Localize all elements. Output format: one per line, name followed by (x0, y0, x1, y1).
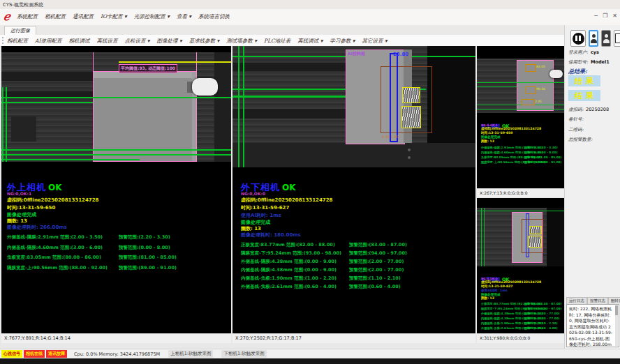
toolbar-item[interactable]: 图像处理 ▾ (157, 38, 182, 45)
connector-tab (549, 70, 563, 78)
toolbar-item[interactable]: 测试项参数 ▾ (226, 38, 257, 45)
measurement-row: 隔膜宽度-下:95.24mm 范围:(93.00 - 98.00) 预警范围:(… (241, 250, 471, 259)
toolbar-item[interactable]: 点检设置 ▾ (124, 38, 149, 45)
warning-range: 预警范围:(1.10 - 2.10) (524, 321, 558, 326)
log-scrollbar[interactable] (615, 305, 618, 346)
window-title: CYS-视觉检测系统 (3, 1, 43, 8)
operator-login-button[interactable] (589, 30, 598, 47)
baseline-yellow (119, 61, 231, 63)
barcode-label: 虚拟码: (568, 107, 584, 113)
thumbnail-image-lower (477, 208, 564, 266)
toolbar-item[interactable]: 基准线参数 ▾ (189, 38, 220, 45)
electrode-block (93, 71, 197, 162)
roi-box (526, 64, 536, 72)
right-sidebar: 登录用户: cys 使用型号: Model1 总结果: 结果结果 虚拟码: 20… (564, 25, 620, 349)
process-elapsed: 图像处理耗时: 266.00ms (7, 224, 67, 231)
warning-range: 预警范围:(89.00 - 91.00) (119, 265, 177, 275)
measure-box-blue (390, 53, 398, 142)
warning-range: 预警范围:(83.00 - 87.00) (524, 302, 561, 307)
toolbar-item[interactable]: 离线设置 (96, 38, 117, 45)
measurement-list: 正极宽度:83.77mm 范围:(82.00 - 88.00) 预警范围:(83… (241, 242, 471, 292)
threshold-label: 平均阈值:93, 动态阈值:100 (119, 64, 177, 73)
toolbar-item[interactable]: 相机配置 (7, 38, 28, 45)
thumbnail-view-upper[interactable]: 83.05 90.56 2.91 外上相机OK NG:0,OK:1 虚拟码:0f… (477, 46, 564, 188)
title-bar: CYS-视觉检测系统 (0, 0, 620, 10)
close-icon[interactable]: ✕ (612, 13, 617, 19)
machinery-band (11, 116, 36, 142)
menu-item[interactable]: 查看 ▾ (177, 13, 191, 20)
thumbnail-image-upper: 83.05 90.56 2.91 (477, 59, 564, 113)
connector-tab (192, 78, 218, 96)
pin-number-label: 卷针号: (568, 116, 584, 123)
tab-run-image[interactable]: 运行图像 (4, 26, 36, 36)
defect-box (529, 226, 542, 234)
measurement-row: 隔膜宽度-下:95.24mm 范围:(93.00 - 98.00) 预警范围:(… (481, 307, 563, 312)
rivet (408, 156, 411, 159)
measurement-row: 外侧基线-隔膜:2.91mm 范围:(2.00 - 3.50) 预警范围:(2.… (481, 146, 563, 151)
warning-range: 预警范围:(83.00 - 87.00) (349, 242, 407, 250)
measurement-row: 内侧基线-隔膜:4.38mm 范围:(0.00 - 9.00) 预警范围:(2.… (241, 267, 471, 275)
log-output[interactable]: 耗时: 222, 网络检测耗时: 17, 网络分类耗时: 0, 网络提取分区耗时… (566, 304, 619, 347)
toolbar-item[interactable]: 相机调试 (68, 38, 89, 45)
roi-box (522, 99, 535, 105)
measurement-value: 负极宽度:83.05mm 范围:(80.00 - 86.00) (7, 255, 119, 265)
measurement-value: 外侧基线-负极:2.61mm 范围:(0.60 - 4.00) (241, 284, 349, 292)
restore-icon[interactable]: ❐ (603, 13, 607, 19)
log-tab[interactable]: 运行日志 (566, 297, 587, 304)
model-label: 使用型号: (568, 59, 588, 66)
measurement-row: 内侧基线-隔膜:4.60mm 范围:(3.00 - 6.00) 预警范围:(0.… (7, 245, 227, 255)
guide-line (477, 109, 564, 109)
measurement-value: 隔膜宽度-下:95.24mm 范围:(93.00 - 98.00) (241, 250, 349, 259)
barcode-value: 20250208 (586, 107, 609, 112)
ng-ok-counts: NG:0,OK:0 (241, 191, 265, 196)
guide-line (477, 105, 564, 105)
guide-line (1, 154, 231, 156)
toolbar-item[interactable]: 学习参数 ▾ (330, 38, 355, 45)
camera-view-lower[interactable]: AI投料框 23.80 4.38 1.90 外下相机OK NG:0,OK:0 虚… (232, 46, 475, 333)
thumbnail-view-lower[interactable]: 外下相机OK NG:0,OK:0 虚拟码:0ffline202502081331… (477, 198, 564, 333)
cursor-status-thumb2: X:311;Y:980;R:0;G:0;B:0 (477, 333, 564, 343)
menu-item[interactable]: 系统配置 (17, 13, 38, 20)
measurement-row: 外侧基线-隔膜:2.91mm 范围:(2.00 - 3.50) 预警范围:(2.… (7, 234, 227, 245)
exit-button[interactable] (614, 30, 620, 47)
measurement-row: 内侧基线-隔膜:4.38mm 范围:(0.00 - 9.00) 预警范围:(2.… (481, 317, 563, 321)
pause-icon (573, 33, 584, 45)
measurement-value: 外侧基线-隔膜:4.38mm 范围:(0.00 - 9.00) (241, 259, 349, 267)
measurement-row: 隔膜宽度-上:90.56mm 范围:(88.00 - 92.00) 预警范围:(… (7, 265, 227, 275)
guide-line (1, 97, 231, 98)
log-tabs: 运行日志报警日志翻转日志 (566, 297, 620, 304)
menu-item[interactable]: 相机配置 (45, 13, 66, 20)
roi-label: 83.05 (536, 65, 545, 68)
measurement-value: 内侧基线-隔膜:4.60mm 范围:(3.00 - 6.00) (7, 245, 119, 255)
toolbar-grip[interactable] (2, 37, 5, 44)
model-value[interactable]: Model1 (591, 59, 610, 65)
menu-item[interactable]: 通讯配置 (73, 13, 94, 20)
scrollbar-thumb[interactable] (615, 305, 618, 315)
menu-item[interactable]: 光源控制配置 ▾ (134, 13, 170, 20)
minimize-icon[interactable]: ─ (594, 13, 598, 19)
toolbar-item[interactable]: AI使用配置 (35, 38, 61, 45)
machinery-band (232, 109, 346, 119)
toolbar-item[interactable]: 其它设置 ▾ (362, 38, 388, 45)
menu-item[interactable]: IO卡配置 ▾ (101, 13, 127, 20)
toolbar-item[interactable]: PLC地址表 (264, 38, 290, 45)
capture-time: 时间:13-31-59-650 (7, 204, 55, 211)
guide-line (477, 211, 564, 211)
guide-line (1, 102, 93, 103)
warning-range: 预警范围:(2.00 - 77.00) (349, 267, 404, 275)
camera-view-upper[interactable]: 平均阈值:93, 动态阈值:100 外上相机OK NG:0,OK:1 虚拟码:0… (1, 46, 231, 333)
login-user-value: cys (591, 50, 599, 55)
log-tab[interactable]: 报警日志 (587, 297, 608, 304)
pause-button[interactable] (570, 30, 586, 47)
process-done: 图像处理完成 (481, 135, 501, 139)
measurement-value: 内侧基线-负极:1.90mm 范围:(1.00 - 2.20) (481, 321, 524, 326)
toolbar-item[interactable]: 离线调试 ▾ (297, 38, 323, 45)
measurement-value: 外侧基线-隔膜:4.38mm 范围:(0.00 - 9.00) (481, 312, 524, 317)
warning-range: 预警范围:(94.00 - 97.00) (524, 307, 561, 312)
admin-user-button[interactable] (601, 30, 611, 47)
menu-items: 系统配置相机配置通讯配置IO卡配置 ▾光源控制配置 ▾查看 ▾系统语言切换 (17, 13, 230, 20)
measurement-value: 内侧基线-隔膜:4.60mm 范围:(3.00 - 6.00) (481, 151, 524, 156)
menu-item[interactable]: 系统语言切换 (198, 13, 230, 20)
status-badge: 相机在线 (24, 350, 45, 358)
log-tab[interactable]: 翻转日志 (608, 297, 620, 304)
